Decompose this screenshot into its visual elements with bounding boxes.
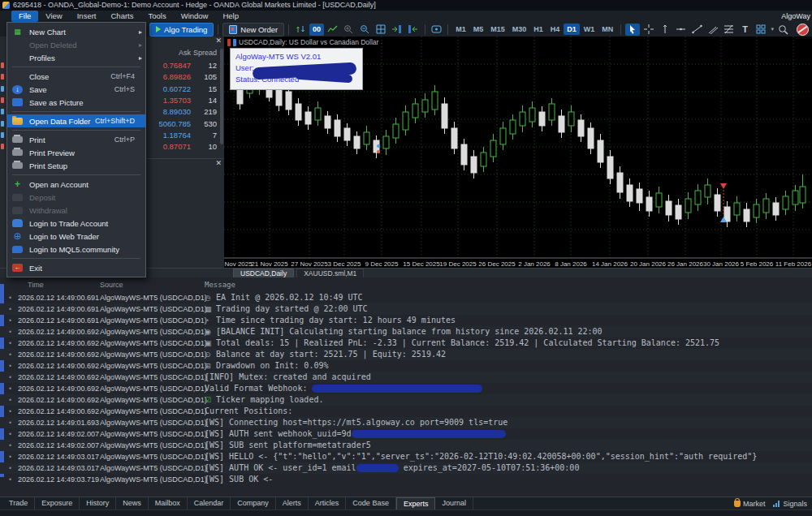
journal-row[interactable]: •2026.02.12 14:49:00.692AlgoWayWS-MT5 (U… [0, 383, 812, 394]
market-watch-row[interactable]: 0.8707110 [145, 141, 217, 153]
journal-row[interactable]: •2026.02.12 14:49:00.692AlgoWayWS-MT5 (U… [0, 372, 812, 383]
file-menu-item-login-to-mql5-community[interactable]: Login to MQL5.community [7, 243, 145, 256]
shapes-button[interactable] [754, 24, 769, 36]
search-icon[interactable] [775, 24, 790, 36]
journal-row[interactable]: •2026.02.12 14:49:00.692AlgoWayWS-MT5 (U… [0, 326, 812, 338]
journal-row[interactable]: •2026.02.12 14:49:00.691AlgoWayWS-MT5 (U… [0, 292, 812, 303]
file-menu-item-save-as-picture[interactable]: Save as Picture [7, 96, 145, 109]
market-watch-row[interactable]: 0.7684712 [145, 60, 217, 71]
toolbox-tab-articles[interactable]: Articles [309, 497, 347, 510]
journal-row[interactable]: •2026.02.12 14:49:03.719AlgoWayWS-MT5 (U… [0, 474, 812, 485]
timeframe-mn[interactable]: MN [598, 24, 616, 35]
time-column-header[interactable]: Time [28, 281, 44, 289]
close-icon[interactable]: ✕ [215, 160, 222, 167]
equidistant-channel-button[interactable] [706, 24, 720, 36]
timeframe-m5[interactable]: M5 [470, 24, 487, 35]
journal-row[interactable]: •2026.02.12 14:49:00.692AlgoWayWS-MT5 (U… [0, 360, 812, 372]
candlestick-chart-button[interactable]: 00 [309, 24, 324, 36]
toolbox-tab-calendar[interactable]: Calendar [188, 497, 231, 510]
spread-column-header[interactable]: Spread [191, 49, 217, 57]
file-menu-item-new-chart[interactable]: ▦New Chart▸ [7, 25, 145, 38]
file-menu-item-profiles[interactable]: Profiles▸ [7, 51, 145, 64]
file-menu-item-exit[interactable]: ←Exit [7, 261, 145, 274]
market-watch-scrollbar[interactable] [220, 49, 223, 144]
signals-button[interactable]: Signals [773, 500, 807, 508]
chart-shift-button[interactable] [406, 24, 421, 36]
market-watch-row[interactable]: 1.3570314 [145, 95, 217, 106]
market-watch-row[interactable]: 5060.785530 [145, 118, 217, 130]
data-window-panel[interactable]: ✕ [145, 158, 226, 269]
message-column-header[interactable]: Message [205, 281, 235, 289]
file-menu-item-save[interactable]: ↓SaveCtrl+S [7, 83, 145, 96]
journal-row[interactable]: •2026.02.12 14:49:02.007AlgoWayWS-MT5 (U… [0, 428, 812, 440]
market-watch-row[interactable]: 0.6072215 [145, 84, 217, 95]
tile-windows-button[interactable] [374, 24, 388, 36]
menu-view[interactable]: View [38, 11, 69, 22]
menu-help[interactable]: Help [215, 11, 246, 22]
toolbox-tab-exposure[interactable]: Exposure [35, 497, 80, 510]
menu-window[interactable]: Window [174, 11, 216, 22]
timeframe-h1[interactable]: H1 [530, 24, 546, 35]
file-menu-item-print[interactable]: PrintCtrl+P [7, 133, 145, 146]
market-watch-panel[interactable]: ✕ Ask Spread 0.76847126.898261050.607221… [145, 37, 226, 158]
vertical-line-button[interactable] [658, 24, 672, 36]
journal-row[interactable]: •2026.02.12 14:49:02.007AlgoWayWS-MT5 (U… [0, 440, 812, 451]
horizontal-line-button[interactable] [674, 24, 689, 36]
journal-row[interactable]: •2026.02.12 14:49:03.017AlgoWayWS-MT5 (U… [0, 451, 812, 462]
journal-row[interactable]: •2026.02.12 14:49:00.692AlgoWayWS-MT5 (U… [0, 406, 812, 417]
timeframe-m30[interactable]: M30 [509, 24, 530, 35]
zoom-out-button[interactable] [357, 24, 372, 36]
market-watch-row[interactable]: 1.187647 [145, 130, 217, 141]
algo-trading-button[interactable]: Algo Trading [149, 23, 214, 37]
toolbox-tab-alerts[interactable]: Alerts [276, 497, 309, 510]
account-status-icon[interactable] [797, 24, 809, 36]
text-label-button[interactable]: T [738, 24, 753, 36]
menu-file[interactable]: File [11, 11, 38, 22]
journal-row[interactable]: •2026.02.12 14:49:00.692AlgoWayWS-MT5 (U… [0, 349, 812, 360]
line-chart-button[interactable] [326, 24, 340, 36]
chart-window[interactable]: USDCAD,Daily: US Dollar vs Canadian Doll… [224, 37, 812, 268]
shapes-dropdown-caret[interactable]: ▾ [771, 26, 774, 32]
journal-row[interactable]: •2026.02.12 14:49:00.692AlgoWayWS-MT5 (U… [0, 394, 812, 406]
timeframe-h4[interactable]: H4 [547, 24, 564, 35]
journal-row[interactable]: •2026.02.12 14:49:03.017AlgoWayWS-MT5 (U… [0, 462, 812, 474]
file-menu-item-login-to-trade-account[interactable]: Login to Trade Account [7, 217, 145, 230]
market-button[interactable]: Market [734, 500, 766, 508]
timeframe-m1[interactable]: M1 [452, 24, 469, 35]
zoom-in-button[interactable] [342, 24, 356, 36]
menu-charts[interactable]: Charts [104, 11, 141, 22]
journal-row[interactable]: •2026.02.12 14:49:00.692AlgoWayWS-MT5 (U… [0, 338, 812, 349]
bar-chart-button[interactable] [293, 24, 308, 36]
market-watch-row[interactable]: 6.89826105 [145, 71, 217, 83]
auto-scroll-button[interactable] [390, 24, 404, 36]
toolbox-tab-journal[interactable]: Journal [435, 497, 473, 510]
ask-column-header[interactable]: Ask [145, 49, 191, 57]
file-menu-item-close[interactable]: CloseCtrl+F4 [7, 70, 145, 83]
journal-row[interactable]: •2026.02.12 14:49:00.691AlgoWayWS-MT5 (U… [0, 315, 812, 326]
fibonacci-button[interactable] [722, 24, 736, 36]
menu-tools[interactable]: Tools [140, 11, 173, 22]
file-menu-item-login-to-web-trader[interactable]: ⊕Login to Web Trader [7, 230, 145, 243]
toolbox-tab-code-base[interactable]: Code Base [346, 497, 396, 510]
market-watch-row[interactable]: 8.89030219 [145, 106, 217, 118]
file-menu-item-open-an-account[interactable]: +Open an Account [7, 178, 145, 191]
trendline-button[interactable] [689, 24, 704, 36]
source-column-header[interactable]: Source [100, 281, 123, 289]
file-menu-item-print-setup[interactable]: Print Setup [7, 159, 145, 172]
indicators-button[interactable] [429, 24, 443, 36]
toolbox-tab-experts[interactable]: Experts [396, 497, 436, 510]
toolbox-tab-news[interactable]: News [116, 497, 149, 510]
timeframe-w1[interactable]: W1 [581, 24, 598, 35]
timeframe-m15[interactable]: M15 [487, 24, 508, 35]
cursor-button[interactable] [625, 24, 640, 36]
timeframe-d1[interactable]: D1 [564, 24, 580, 35]
toolbox-tab-trade[interactable]: Trade [2, 497, 35, 510]
toolbox-tab-mailbox[interactable]: Mailbox [149, 497, 188, 510]
journal-row[interactable]: •2026.02.12 14:49:01.693AlgoWayWS-MT5 (U… [0, 417, 812, 428]
new-order-button[interactable]: New Order [222, 23, 284, 37]
close-icon[interactable]: ✕ [215, 37, 222, 45]
crosshair-button[interactable] [641, 24, 656, 36]
file-menu-item-print-preview[interactable]: Print Preview [7, 146, 145, 159]
toolbox-tab-history[interactable]: History [80, 497, 116, 510]
file-menu-item-open-data-folder[interactable]: Open Data FolderCtrl+Shift+D [7, 114, 145, 127]
